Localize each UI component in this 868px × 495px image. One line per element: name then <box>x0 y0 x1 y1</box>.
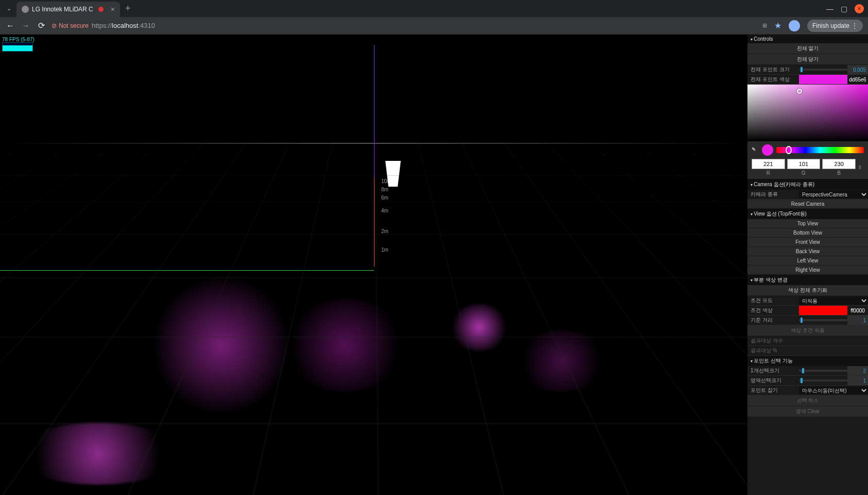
area-select-value[interactable]: 1 <box>847 376 868 385</box>
section-point-select[interactable]: 포인트 선택 기능 <box>747 356 868 366</box>
single-select-label: 1개선택크기 <box>747 367 799 374</box>
point-cloud <box>448 304 510 351</box>
apply-color-button[interactable]: 색상 조건 적용 <box>747 325 868 336</box>
finish-update-button[interactable]: Finish update⋮ <box>807 20 863 32</box>
b-input[interactable] <box>822 159 856 169</box>
cancel-select-button[interactable]: 선택 취소 <box>747 395 868 406</box>
tab-title: LG Innotek MLiDAR C <box>32 6 93 13</box>
tab-favicon-icon <box>22 6 29 13</box>
control-panel[interactable]: Controls 전체 열기 전체 닫기 전체 포인트 크기 0.005 전체 … <box>747 35 868 495</box>
point-cloud <box>155 273 288 418</box>
left-view-button[interactable]: Left View <box>747 256 868 266</box>
url-text: https://localhost:4310 <box>92 22 155 29</box>
hue-slider[interactable] <box>776 147 864 153</box>
scene-3d[interactable]: 10m 8m 6m 4m 2m 1m <box>0 35 868 495</box>
menu-dots-icon: ⋮ <box>852 22 858 29</box>
browser-tab[interactable]: LG Innotek MLiDAR C × <box>16 2 120 17</box>
window-minimize-icon[interactable]: — <box>826 5 833 13</box>
point-size-label: 전체 포인트 크기 <box>747 66 799 73</box>
hue-handle-icon[interactable] <box>786 146 792 154</box>
saturation-value-area[interactable]: 2 <box>747 85 868 141</box>
section-controls[interactable]: Controls <box>747 35 868 43</box>
condition-mode-select[interactable]: 미적용 <box>799 296 868 305</box>
point-size-slider[interactable] <box>799 69 847 71</box>
back-view-button[interactable]: Back View <box>747 247 868 256</box>
reset-color-button[interactable]: 색상 전체 초기화 <box>747 285 868 296</box>
point-cloud <box>515 330 608 392</box>
clear-area-button[interactable]: 영역 Clear <box>747 406 868 417</box>
single-select-slider[interactable] <box>799 370 847 372</box>
back-button[interactable]: ← <box>5 21 15 30</box>
g-input[interactable] <box>787 159 821 169</box>
point-cloud <box>15 423 180 485</box>
point-color-label: 전체 포인트 색상 <box>747 76 799 83</box>
area-select-slider[interactable] <box>799 380 847 382</box>
point-cloud <box>283 299 407 392</box>
condition-color-label: 조건 색상 <box>747 307 799 314</box>
right-view-button[interactable]: Right View <box>747 266 868 275</box>
color-mode-toggle-icon[interactable]: ⇳ <box>858 159 864 176</box>
install-app-icon[interactable]: ⊞ <box>762 22 767 29</box>
window-maximize-icon[interactable]: ▢ <box>841 5 847 13</box>
insecure-badge[interactable]: ⊘ Not secure <box>52 22 89 29</box>
browser-tab-bar: ⌄ LG Innotek MLiDAR C × + — ▢ × <box>0 0 868 17</box>
sv-handle-icon[interactable] <box>797 89 802 94</box>
section-partial-color[interactable]: 부분 색상 변경 <box>747 275 868 285</box>
target-count-label: 결과대상 개수 <box>747 337 799 344</box>
section-view[interactable]: View 옵션 (Top/Font등) <box>747 209 868 219</box>
camera-type-select[interactable]: PerspectiveCamera <box>799 190 868 199</box>
distance-slider[interactable] <box>799 319 847 321</box>
single-select-value[interactable]: 2 <box>847 366 868 375</box>
new-tab-button[interactable]: + <box>125 3 131 14</box>
distance-label: 기준 거리 <box>747 317 799 324</box>
insecure-label: Not secure <box>59 22 89 29</box>
x-axis <box>0 270 374 271</box>
ground-grid <box>0 35 868 138</box>
warning-icon: ⊘ <box>52 22 57 29</box>
condition-mode-label: 조건 모드 <box>747 297 799 304</box>
camera-type-label: 카메라 종류 <box>747 191 799 198</box>
r-input[interactable] <box>752 159 785 169</box>
point-grab-label: 포인트 잡기 <box>747 387 799 394</box>
condition-color-swatch[interactable] <box>799 306 847 315</box>
distance-value[interactable]: 1 <box>847 316 868 325</box>
point-color-hex[interactable]: dd65e6 <box>847 75 868 85</box>
point-color-swatch[interactable] <box>799 75 847 84</box>
bottom-view-button[interactable]: Bottom View <box>747 228 868 238</box>
open-all-button[interactable]: 전체 열기 <box>747 43 868 54</box>
tab-close-icon[interactable]: × <box>111 5 115 13</box>
forward-button[interactable]: → <box>21 21 31 30</box>
point-size-value[interactable]: 0.005 <box>847 65 868 74</box>
target-pct-label: 결과대상 % <box>747 347 799 354</box>
tab-dropdown-icon[interactable]: ⌄ <box>4 4 13 13</box>
area-select-label: 영역선택크기 <box>747 377 799 384</box>
reset-camera-button[interactable]: Reset Camera <box>747 200 868 209</box>
lidar-viewport[interactable]: 78 FPS (5-87) 10m 8m 6m 4m 2m 1m <box>0 35 868 495</box>
section-camera[interactable]: Camera 옵션(카메라 종류) <box>747 179 868 190</box>
top-view-button[interactable]: Top View <box>747 219 868 228</box>
bookmark-icon[interactable]: ★ <box>774 21 781 30</box>
browser-nav-bar: ← → ⟳ ⊘ Not secure https://localhost:431… <box>0 17 868 35</box>
color-picker[interactable]: 2 ✎ R G B ⇳ <box>747 85 868 179</box>
current-color-swatch <box>762 144 773 156</box>
profile-avatar[interactable] <box>789 20 800 31</box>
front-view-button[interactable]: Front View <box>747 238 868 247</box>
y-axis <box>374 45 375 267</box>
eyedropper-icon[interactable]: ✎ <box>752 146 759 154</box>
condition-color-hex[interactable]: ff0000 <box>847 306 868 316</box>
recording-indicator-icon <box>98 7 104 12</box>
reload-button[interactable]: ⟳ <box>36 21 46 30</box>
window-close-icon[interactable]: × <box>855 4 864 13</box>
point-grab-select[interactable]: 마우스이동(미선택) <box>799 386 868 394</box>
close-all-button[interactable]: 전체 닫기 <box>747 54 868 65</box>
address-bar[interactable]: ⊘ Not secure https://localhost:4310 <box>52 22 757 29</box>
